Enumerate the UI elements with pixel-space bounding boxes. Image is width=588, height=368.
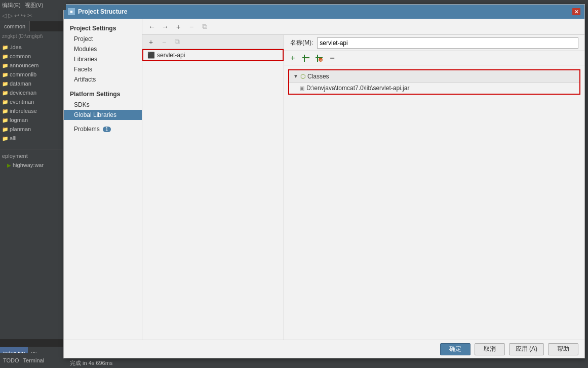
folder-icon: 📁 — [2, 45, 8, 50]
tree-item-idea[interactable]: 📁 .idea — [0, 43, 66, 52]
apply-button[interactable]: 应用 (A) — [509, 343, 544, 355]
project-structure-dialog: ■ Project Structure ✕ Project Settings P… — [63, 4, 585, 358]
ide-bottom-bar: TODO Terminal — [0, 353, 66, 368]
folder-icon: 📁 — [2, 90, 8, 96]
lib-list-toolbar: + − ⧉ — [142, 35, 284, 49]
classes-area: + — [284, 51, 584, 340]
dialog-nav: Project Settings Project Modules Librari… — [64, 19, 142, 340]
dialog-footer: 确定 取消 应用 (A) 帮助 — [64, 340, 584, 358]
cancel-button[interactable]: 取消 — [475, 343, 505, 355]
ide-forward-icon[interactable]: ▷ — [8, 12, 13, 19]
folder-icon: 📁 — [2, 108, 8, 114]
ok-button[interactable]: 确定 — [440, 343, 471, 355]
tree-item-deployment[interactable]: eployment — [0, 151, 66, 160]
svg-rect-4 — [316, 57, 323, 58]
jar-path: D:\envjava\tomcat7.0\lib\servlet-api.jar — [306, 85, 409, 92]
nav-modules[interactable]: Modules — [64, 44, 142, 54]
nav-artifacts[interactable]: Artifacts — [64, 74, 142, 85]
tree-item-common[interactable]: 📁 common — [0, 52, 66, 61]
classes-label: Classes — [307, 73, 329, 80]
classes-remove-btn[interactable]: − — [327, 53, 338, 64]
tree-item-alli[interactable]: 📁 alli — [0, 134, 66, 143]
name-label: 名称(M): — [290, 38, 313, 47]
folder-icon: 📁 — [2, 136, 8, 141]
name-row: 名称(M): — [284, 35, 584, 51]
toolbar-copy-btn[interactable]: ⧉ — [199, 21, 210, 32]
platform-settings-header: Platform Settings — [64, 89, 142, 100]
lib-add-btn[interactable]: + — [145, 36, 156, 48]
ide-back-icon[interactable]: ◁ — [2, 12, 7, 19]
close-button[interactable]: ✕ — [572, 8, 580, 15]
ide-status-bar: 完成 in 4s 696ms — [66, 358, 588, 368]
ide-cut-icon[interactable]: ✂ — [27, 12, 32, 19]
ide-breadcrumb: zngkpt (D:\zngkpt\ — [2, 33, 43, 39]
lib-copy-btn[interactable]: ⧉ — [172, 36, 183, 48]
classes-add-btn[interactable]: + — [287, 53, 298, 64]
dialog-title-icon: ■ — [68, 8, 75, 15]
main-split: + − ⧉ ⬛ servlet-api 名称(M): — [142, 35, 584, 340]
folder-icon: 📁 — [2, 127, 8, 132]
lib-remove-btn[interactable]: − — [159, 36, 170, 48]
toolbar-add-btn[interactable]: + — [173, 21, 184, 32]
folder-icon: 📁 — [2, 117, 8, 123]
classes-toolbar: + — [284, 51, 584, 65]
menu-view[interactable]: 视图(V) — [25, 2, 44, 9]
nav-libraries[interactable]: Libraries — [64, 54, 142, 64]
dialog-title: Project Structure — [78, 8, 127, 15]
folder-icon: 📁 — [2, 81, 8, 87]
folder-icon: 📁 — [2, 99, 8, 105]
tree-item-inforelease[interactable]: 📁 inforelease — [0, 106, 66, 115]
toolbar-back-btn[interactable]: ← — [146, 21, 158, 32]
lib-list-pane: + − ⧉ ⬛ servlet-api — [142, 35, 284, 340]
dialog-body: Project Settings Project Modules Librari… — [64, 19, 584, 340]
war-icon: ▶ — [7, 162, 11, 168]
toolbar-forward-btn[interactable]: → — [160, 21, 171, 32]
name-input[interactable] — [317, 37, 578, 49]
dialog-titlebar: ■ Project Structure ✕ — [64, 5, 584, 19]
ide-undo-icon[interactable]: ↩ — [14, 12, 19, 19]
help-button[interactable]: 帮助 — [548, 343, 578, 355]
problems-badge: 1 — [103, 127, 111, 132]
tree-item-planman[interactable]: 📁 planman — [0, 125, 66, 134]
tree-item-deviceman[interactable]: 📁 deviceman — [0, 88, 66, 97]
tree-item-highway[interactable]: ▶ highway:war — [0, 160, 66, 170]
bottom-terminal[interactable]: Terminal — [23, 357, 45, 363]
jar-item[interactable]: ▣ D:\envjava\tomcat7.0\lib\servlet-api.j… — [289, 83, 579, 94]
tree-item-eventman[interactable]: 📁 eventman — [0, 97, 66, 106]
expand-arrow: ▼ — [293, 73, 298, 79]
nav-global-libraries[interactable]: Global Libraries — [64, 110, 142, 120]
main-toolbar: ← → + − ⧉ — [142, 19, 584, 35]
ide-file-tree: ◁ ▷ ↩ ↪ ✂ common zngkpt (D:\zngkpt\ 📁 .i… — [0, 10, 66, 339]
jar-icon: ▣ — [299, 85, 304, 92]
toolbar-remove-btn[interactable]: − — [186, 21, 197, 32]
dialog-main: ← → + − ⧉ + − ⧉ ⬛ servlet-api — [142, 19, 584, 340]
folder-icon: 📁 — [2, 63, 8, 68]
classes-add-jar-btn[interactable] — [313, 53, 325, 64]
tree-item-logman[interactable]: 📁 logman — [0, 115, 66, 125]
ide-tab-common[interactable]: common — [0, 21, 30, 31]
folder-icon: 📁 — [2, 72, 8, 77]
lib-detail-pane: 名称(M): + — [284, 35, 584, 340]
tree-item-announcem[interactable]: 📁 announcem — [0, 61, 66, 70]
project-settings-header: Project Settings — [64, 23, 142, 34]
classes-content: ▼ ⬡ Classes ▣ D:\envjava\tomcat7.0\lib\s… — [288, 69, 580, 95]
nav-facets[interactable]: Facets — [64, 64, 142, 74]
nav-sdks[interactable]: SDKs — [64, 100, 142, 110]
nav-problems[interactable]: Problems 1 — [64, 124, 142, 134]
ide-redo-icon[interactable]: ↪ — [21, 12, 26, 19]
lib-item-servlet-api[interactable]: ⬛ servlet-api — [142, 49, 284, 61]
tree-item-dataman[interactable]: 📁 dataman — [0, 79, 66, 88]
svg-rect-1 — [302, 57, 309, 58]
status-text: 完成 in 4s 696ms — [70, 359, 112, 367]
titlebar-left: ■ Project Structure — [68, 8, 127, 15]
classes-header: ▼ ⬡ Classes — [289, 70, 579, 83]
nav-project[interactable]: Project — [64, 34, 142, 44]
file-tree-container: 📁 .idea 📁 common 📁 announcem 📁 commonlib… — [0, 40, 66, 145]
tree-item-commonlib[interactable]: 📁 commonlib — [0, 70, 66, 79]
classes-add-class-btn[interactable] — [300, 53, 311, 64]
folder-icon: 📁 — [2, 54, 8, 59]
menu-edit[interactable]: 编辑(E) — [2, 2, 21, 9]
lib-icon: ⬛ — [147, 52, 155, 59]
bottom-todo[interactable]: TODO — [3, 357, 19, 363]
classes-icon: ⬡ — [300, 73, 305, 80]
